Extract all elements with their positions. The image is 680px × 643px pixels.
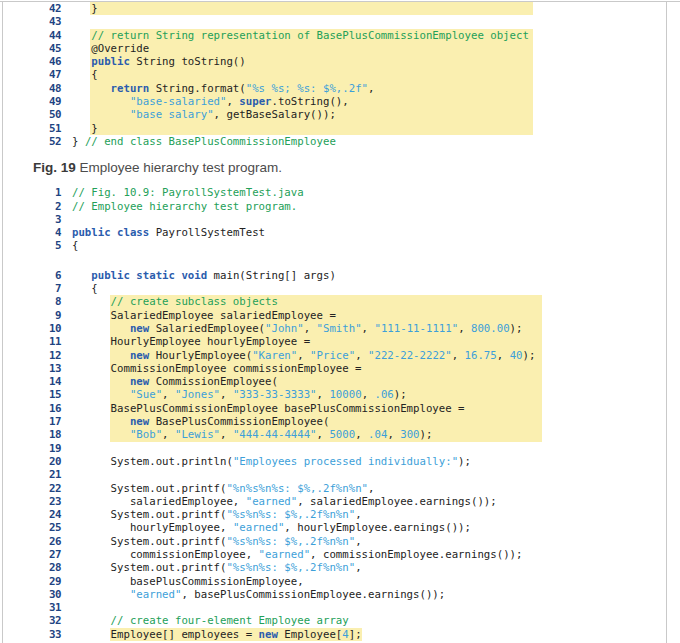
code-text: @Override [72,42,149,55]
line-number: 8 [3,295,61,308]
code-text: "base salary", getBaseSalary()); [72,108,336,121]
literal-token: "earned" [233,521,284,534]
line-number: 48 [3,82,61,95]
code-token: CommissionEmployee commissionEmployee = [72,362,362,375]
line-number: 20 [3,455,61,468]
code-line: 18 "Bob", "Lewis", "444-44-4444", 5000, … [3,428,666,441]
highlight-band [90,68,533,81]
code-token: .toString(), [272,95,349,108]
code-line: 9 SalariedEmployee salariedEmployee = [3,309,666,322]
line-number: 5 [3,239,61,252]
literal-token: 40 [510,349,523,362]
code-line: 15 "Sue", "Jones", "333-33-3333", 10000,… [3,388,666,401]
code-line: 30 "earned", basePlusCommissionEmployee.… [3,588,666,601]
code-line: 52} // end class BasePlusCommissionEmplo… [3,135,666,148]
line-number: 18 [3,428,61,441]
code-line: 26 System.out.printf("%s%n%s: $%,.2f%n%n… [3,535,666,548]
code-token: , [317,388,330,401]
code-token: , basePlusCommissionEmployee.earnings())… [181,588,445,601]
code-token: , [304,322,317,335]
code-line: 49 "base-salaried", super.toString(), [3,95,666,108]
code-text: System.out.printf("%s%n%s: $%,.2f%n%n", [72,535,362,548]
code-text: // Employee hierarchy test program. [72,200,297,213]
code-listing-base-plus-commission-employee: 42 }4344 // return String representation… [3,2,666,148]
line-number: 25 [3,521,61,534]
code-token: , salariedEmployee.earnings()); [297,495,496,508]
code-text: CommissionEmployee commissionEmployee = [72,362,362,375]
code-token [72,588,130,601]
literal-token: 5000 [329,428,355,441]
line-number: 29 [3,575,61,588]
code-listing-payroll-system-test: 1// Fig. 10.9: PayrollSystemTest.java2//… [3,186,666,641]
literal-token: "222-22-2222" [368,349,452,362]
keyword-token: new [130,322,149,335]
code-text: new CommissionEmployee( [72,375,278,388]
code-text: // return String representation of BaseP… [72,29,529,42]
code-token: ); [523,349,536,362]
code-text: // create four-element Employee array [72,614,349,627]
keyword-token: public [91,269,130,282]
line-number: 19 [3,442,61,455]
code-line: 22 System.out.printf("%n%s%n%s: $%,.2f%n… [3,482,666,495]
literal-token: "Karen" [252,349,297,362]
code-token: , [297,349,310,362]
code-line: 12 new HourlyEmployee("Karen", "Price", … [3,349,666,362]
code-token: Employee[] employees = [72,628,259,641]
line-number: 9 [3,309,61,322]
code-token: ); [394,388,407,401]
code-line: 31 [3,601,666,614]
code-line: 47 { [3,68,666,81]
code-line: 4public class PayrollSystemTest [3,226,666,239]
keyword-token: new [130,415,149,428]
code-line: 10 new SalariedEmployee("John", "Smith",… [3,322,666,335]
code-token [72,428,130,441]
literal-token: "Sue" [130,388,162,401]
line-number: 30 [3,588,61,601]
keyword-token: public [91,55,130,68]
code-line: 46 public String toString() [3,55,666,68]
code-line: 7 { [3,282,666,295]
code-text: { [72,282,98,295]
code-token: , [317,428,330,441]
code-token: commissionEmployee, [72,548,259,561]
keyword-token: void [181,269,207,282]
code-line: 21 [3,468,666,481]
line-number: 2 [3,200,61,213]
code-token: , [162,428,175,441]
code-text: { [72,239,78,252]
code-token [72,82,111,95]
line-number: 7 [3,282,61,295]
keyword-token: new [130,375,149,388]
comment-token: // return String representation of BaseP… [91,29,529,42]
code-token: , hourlyEmployee.earnings()); [284,521,471,534]
code-line: 11 HourlyEmployee hourlyEmployee = [3,335,666,348]
line-number: 31 [3,601,61,614]
line-number: 42 [3,2,61,15]
book-page-content: 42 }4344 // return String representation… [3,2,666,641]
figure-caption-number: Fig. 19 [33,160,76,175]
code-token: ); [510,322,523,335]
code-text: } [72,122,98,135]
code-token: System.out.printf( [72,561,226,574]
code-token: System.out.println( [72,455,233,468]
code-token: , [458,322,471,335]
keyword-token: class [117,226,149,239]
code-token: BasePlusCommissionEmployee( [149,415,329,428]
literal-token: "333-33-3333" [233,388,317,401]
code-token: } [72,122,98,135]
code-line: 6 public static void main(String[] args) [3,269,666,282]
literal-token: "Employees processed individually:" [233,455,458,468]
code-token: , getBaseSalary()); [214,108,336,121]
code-token [72,349,130,362]
code-text: System.out.printf("%n%s%n%s: $%,.2f%n%n"… [72,482,374,495]
line-number: 33 [3,628,61,641]
code-text: "Sue", "Jones", "333-33-3333", 10000, .0… [72,388,407,401]
line-number: 6 [3,269,61,282]
code-text: hourlyEmployee, "earned", hourlyEmployee… [72,521,471,534]
code-text: new BasePlusCommissionEmployee( [72,415,329,428]
code-text: } [72,2,98,15]
comment-token: // create four-element Employee array [111,614,349,627]
line-number: 27 [3,548,61,561]
code-token [72,375,130,388]
keyword-token: public [72,226,111,239]
